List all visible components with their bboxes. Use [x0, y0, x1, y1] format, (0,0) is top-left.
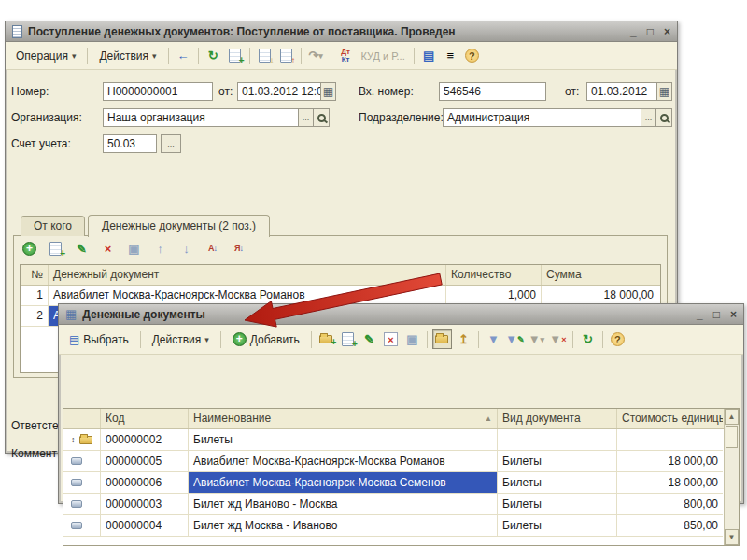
- scrollbar-track[interactable]: [725, 449, 739, 529]
- main-toolbar: Операция ▾ Действия ▾ ← ↻ + ↓ ↑ ↷ ▾: [6, 42, 677, 70]
- move-row-down-button[interactable]: ↓: [176, 239, 196, 259]
- hierarchy-view-button[interactable]: [432, 329, 452, 349]
- date-field[interactable]: 01.03.2012 12:00:0: [237, 82, 320, 101]
- minimize-button[interactable]: _: [630, 22, 637, 41]
- organization-field[interactable]: Наша организация: [103, 108, 298, 127]
- number-field[interactable]: H0000000001: [103, 82, 213, 101]
- refresh-button[interactable]: ↻: [578, 329, 598, 349]
- go-up-level-icon: ↥: [458, 332, 469, 346]
- money-out-button[interactable]: ↑: [276, 46, 296, 65]
- tab-money-documents[interactable]: Денежные документы (2 поз.): [88, 215, 270, 237]
- incoming-number-field[interactable]: 546546: [439, 82, 546, 101]
- calendar-icon: ▦: [659, 85, 669, 98]
- move-row-up-button[interactable]: ↑: [150, 239, 170, 259]
- price-cell: 800,00: [617, 494, 723, 515]
- list-icon: ▦: [65, 308, 77, 320]
- delete-row-button[interactable]: ×: [98, 239, 118, 259]
- maximize-button[interactable]: □: [647, 22, 654, 41]
- maximize-button[interactable]: □: [713, 305, 720, 324]
- sort-ascending-button[interactable]: А↓: [203, 239, 222, 259]
- close-button[interactable]: ×: [664, 22, 670, 41]
- department-open-button[interactable]: [656, 108, 672, 127]
- table-row[interactable]: 000000005 Авиабилет Москва-Красноярск-Мо…: [63, 451, 739, 472]
- column-header-quantity[interactable]: Количество: [446, 265, 542, 285]
- column-header-name[interactable]: Наименование▲: [189, 409, 498, 428]
- kud-report-button[interactable]: КУД и Р...: [358, 49, 409, 63]
- organization-open-button[interactable]: [314, 108, 330, 127]
- actions-menu-label: Действия: [152, 333, 202, 346]
- new-group-button[interactable]: +: [317, 329, 336, 349]
- scrollbar-thumb[interactable]: [726, 426, 738, 448]
- add-button[interactable]: + Добавить: [226, 329, 306, 349]
- clear-filter-button[interactable]: ▼×: [548, 329, 568, 349]
- close-button[interactable]: ×: [730, 305, 737, 324]
- minimize-button[interactable]: _: [697, 305, 703, 324]
- create-copy-button[interactable]: +: [225, 46, 245, 65]
- list-window-titlebar[interactable]: ▦ Денежные документы _ □ ×: [59, 304, 743, 325]
- report-button[interactable]: ▤: [419, 46, 439, 65]
- column-header-code[interactable]: Код: [101, 409, 189, 428]
- code-cell: 000000003: [101, 494, 189, 515]
- organization-choose-button[interactable]: ...: [298, 108, 314, 127]
- go-up-level-button[interactable]: ↥: [454, 329, 473, 349]
- document-window-titlebar[interactable]: Поступление денежных документов: Поступл…: [6, 21, 677, 42]
- account-field[interactable]: 50.03: [103, 134, 157, 153]
- column-header-kind[interactable]: Вид документа: [498, 409, 617, 428]
- save-item-button[interactable]: ▣: [402, 329, 422, 349]
- tab-from-whom[interactable]: От кого: [21, 216, 85, 236]
- department-field[interactable]: Администрация: [443, 108, 641, 127]
- choose-button[interactable]: ▤ Выбрать: [63, 330, 135, 349]
- calendar-button[interactable]: ▦: [320, 82, 336, 101]
- column-header-icon[interactable]: [63, 409, 101, 428]
- vertical-scrollbar[interactable]: ▲ ▼: [724, 409, 739, 545]
- table-row[interactable]: 000000004 Билет жд Москва - Иваново Биле…: [63, 515, 739, 537]
- delete-item-button[interactable]: ×: [381, 329, 401, 349]
- finish-edit-button[interactable]: ▣: [124, 239, 144, 259]
- scroll-up-button[interactable]: ▲: [725, 409, 739, 425]
- sort-descending-button[interactable]: Я↓: [229, 239, 248, 259]
- item-icon: [71, 479, 82, 486]
- document-structure-button[interactable]: ≡: [441, 46, 460, 65]
- separator: [331, 48, 331, 64]
- department-choose-button[interactable]: ...: [641, 108, 656, 127]
- column-header-price[interactable]: Стоимость единицы: [617, 409, 723, 428]
- help-button[interactable]: ?: [462, 46, 482, 65]
- folder-icon: [79, 436, 92, 444]
- create-based-on-button[interactable]: ↷ ▾: [306, 46, 326, 65]
- actions-menu-button[interactable]: Действия ▾: [92, 47, 162, 65]
- show-postings-button[interactable]: Дт Кт: [336, 46, 356, 65]
- table-header-row: Код Наименование▲ Вид документа Стоимост…: [63, 409, 739, 429]
- filter-by-value-button[interactable]: ▼✎: [505, 329, 525, 349]
- separator: [301, 48, 302, 64]
- column-header-num[interactable]: №: [21, 265, 49, 285]
- incoming-date-field[interactable]: 01.03.2012: [586, 82, 656, 101]
- item-icon: [71, 500, 82, 508]
- account-choose-button[interactable]: ...: [161, 134, 181, 153]
- filter-edit-icon: ▼: [505, 332, 517, 346]
- calendar-button[interactable]: ▦: [656, 82, 672, 101]
- money-in-button[interactable]: ↓: [255, 46, 275, 65]
- edit-item-button[interactable]: ✎: [359, 329, 379, 349]
- copy-item-button[interactable]: +: [338, 329, 358, 349]
- post-and-close-button[interactable]: ←: [174, 46, 193, 65]
- table-row[interactable]: 000000003 Билет жд Иваново - Москва Биле…: [63, 494, 739, 515]
- name-cell: Билет жд Москва - Иваново: [189, 515, 498, 537]
- post-document-button[interactable]: ↻: [204, 46, 223, 65]
- separator: [572, 331, 573, 348]
- actions-menu-button[interactable]: Действия ▾: [146, 330, 216, 349]
- table-row-selected[interactable]: 000000006 Авиабилет Москва-Красноярск-Мо…: [63, 472, 739, 494]
- post-and-close-icon: ←: [177, 49, 190, 63]
- filter-history-button[interactable]: ▼ ▾: [527, 329, 546, 349]
- copy-row-button[interactable]: +: [46, 239, 65, 259]
- operation-menu-button[interactable]: Операция ▾: [9, 47, 82, 65]
- set-filter-button[interactable]: ▼: [484, 329, 503, 349]
- edit-row-button[interactable]: ✎: [72, 239, 92, 259]
- add-row-button[interactable]: +: [20, 239, 39, 259]
- column-header-document[interactable]: Денежный документ: [49, 265, 446, 285]
- table-row-group[interactable]: ↕ 000000002 Билеты: [63, 429, 739, 451]
- column-header-sum[interactable]: Сумма: [542, 265, 658, 285]
- help-button[interactable]: ?: [608, 329, 627, 349]
- scroll-down-button[interactable]: ▼: [725, 529, 739, 545]
- price-cell: 18 000,00: [617, 472, 723, 494]
- hierarchy-view-icon: [435, 335, 448, 343]
